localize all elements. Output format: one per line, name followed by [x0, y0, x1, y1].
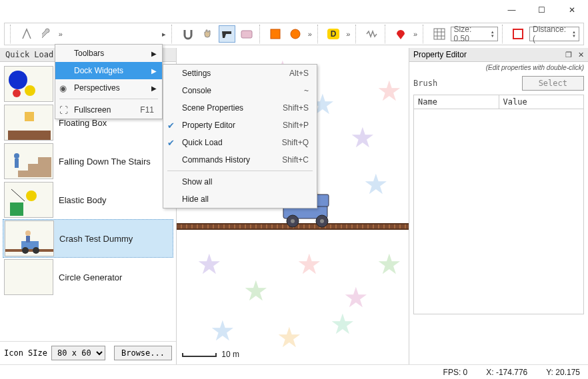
icon-size-label: Icon SIze: [4, 348, 47, 358]
svg-rect-17: [15, 159, 19, 168]
chevron-right-icon[interactable]: »: [57, 30, 64, 38]
svg-point-16: [14, 153, 19, 159]
list-item[interactable]: Elastic Body: [3, 181, 173, 219]
expand-icon: ⛶: [59, 105, 68, 115]
svg-point-34: [320, 219, 324, 223]
svg-text:D: D: [331, 29, 337, 39]
chevron-icon[interactable]: »: [307, 30, 313, 38]
titlebar: — ☐ ✕: [0, 0, 588, 20]
tool-hand-icon[interactable]: [199, 25, 215, 43]
eye-icon: ◉: [59, 83, 67, 93]
distance-field[interactable]: Distance: (▲▼: [529, 27, 579, 41]
close-button[interactable]: ✕: [557, 1, 587, 19]
icon-size-select[interactable]: 80 x 60: [51, 346, 105, 360]
red-shape-icon[interactable]: [393, 25, 409, 43]
tool-wrench-icon[interactable]: [37, 25, 54, 43]
menu-item-hide-all[interactable]: Hide all: [163, 190, 317, 208]
browse-button[interactable]: Browse...: [114, 346, 172, 360]
status-y: Y: 20.175: [546, 368, 580, 377]
brush-label: Brush: [413, 79, 518, 88]
list-item[interactable]: Falling Down The Stairs: [3, 142, 173, 181]
scale-indicator: 10 m: [182, 350, 239, 359]
menu-item-scene-properties[interactable]: Scene PropertiesShift+S: [163, 99, 317, 117]
chevron-icon[interactable]: »: [345, 30, 351, 38]
svg-point-33: [291, 219, 295, 223]
list-item-label: Elastic Body: [59, 195, 172, 205]
svg-point-2: [291, 29, 300, 39]
check-icon: ✔: [167, 121, 175, 131]
list-item-label: Circle Generator: [59, 272, 172, 282]
status-fps: FPS: 0: [443, 368, 468, 377]
property-table[interactable]: Name Value: [413, 95, 584, 314]
status-bar: FPS: 0 X: -174.776 Y: 20.175: [0, 364, 588, 379]
column-value: Value: [499, 95, 584, 109]
chevron-icon[interactable]: »: [412, 30, 419, 38]
svg-line-20: [11, 189, 25, 201]
svg-rect-5: [434, 29, 445, 39]
svg-rect-14: [8, 131, 51, 140]
menu-item-dock-widgets[interactable]: Dock Widgets▶: [55, 62, 162, 79]
list-item-label: Crash Test Dummy: [59, 234, 171, 244]
svg-rect-21: [5, 249, 53, 252]
tool-magnet-icon[interactable]: [179, 25, 196, 43]
svg-rect-15: [25, 112, 34, 121]
property-editor-title: Property Editor: [413, 50, 467, 59]
svg-point-11: [9, 71, 27, 89]
svg-point-23: [22, 247, 29, 254]
svg-rect-26: [26, 236, 30, 242]
column-name: Name: [414, 95, 499, 109]
svg-rect-18: [10, 202, 23, 216]
svg-point-19: [26, 190, 37, 201]
size-field[interactable]: Size: 0.50▲▼: [451, 27, 498, 41]
thumbnail: [4, 259, 53, 295]
select-button[interactable]: Select: [522, 76, 584, 91]
shape-circle-icon[interactable]: [287, 25, 303, 43]
list-item[interactable]: Crash Test Dummy: [3, 219, 173, 258]
undock-icon[interactable]: ❐: [565, 51, 572, 59]
svg-point-25: [25, 230, 31, 236]
menu-item-commands-history[interactable]: Commands HistoryShift+C: [163, 151, 317, 169]
svg-rect-1: [271, 29, 280, 39]
menu-item-property-editor[interactable]: ✔ Property EditorShift+P: [163, 117, 317, 134]
zigzag-icon[interactable]: [363, 25, 380, 43]
tool-compass-icon[interactable]: [18, 25, 35, 43]
main-toolbar: » ▸ » D » » Size: 0.50▲▼ Distance: (▲▼: [4, 23, 584, 45]
minimize-button[interactable]: —: [497, 1, 527, 19]
menu-item-show-all[interactable]: Show all: [163, 173, 317, 190]
view-menu: Toolbars▶ Dock Widgets▶ ◉ Perspectives▶ …: [55, 44, 163, 119]
menu-item-console[interactable]: Console~: [163, 82, 317, 99]
list-item-label: Falling Down The Stairs: [59, 157, 172, 167]
thumbnail: [4, 182, 53, 218]
menu-item-fullscreen[interactable]: ⛶ FullscreenF11: [55, 101, 162, 119]
svg-point-12: [25, 85, 35, 96]
svg-rect-0: [241, 31, 252, 38]
svg-rect-10: [513, 29, 523, 39]
list-item[interactable]: Circle Generator: [3, 258, 173, 296]
close-panel-icon[interactable]: ✕: [578, 51, 584, 59]
maximize-button[interactable]: ☐: [527, 1, 557, 19]
property-editor-panel: Property Editor ❐ ✕ (Edit properties wit…: [409, 48, 588, 364]
property-editor-hint: (Edit properties with double-click): [409, 62, 588, 73]
thumbnail: [4, 66, 53, 102]
menu-item-settings[interactable]: SettingsAlt+S: [163, 65, 317, 82]
d-badge-icon[interactable]: D: [325, 25, 342, 43]
grid-icon[interactable]: [431, 25, 447, 43]
dock-widgets-submenu: SettingsAlt+S Console~ Scene PropertiesS…: [163, 64, 317, 208]
menu-item-quick-load[interactable]: ✔ Quick LoadShift+Q: [163, 134, 317, 151]
tool-card-icon[interactable]: [238, 25, 255, 43]
tool-gun-icon[interactable]: [219, 25, 235, 43]
chevron-right-icon[interactable]: ▸: [161, 30, 167, 39]
shape-square-icon[interactable]: [267, 25, 284, 43]
thumbnail: [5, 220, 54, 256]
red-square-icon[interactable]: [509, 25, 526, 43]
check-icon: ✔: [167, 138, 175, 148]
menu-item-toolbars[interactable]: Toolbars▶: [55, 45, 162, 62]
menu-item-perspectives[interactable]: ◉ Perspectives▶: [55, 79, 162, 97]
svg-point-13: [13, 89, 21, 97]
thumbnail: [4, 105, 53, 141]
svg-point-24: [33, 247, 39, 254]
status-x: X: -174.776: [486, 368, 527, 377]
thumbnail: [4, 143, 53, 179]
